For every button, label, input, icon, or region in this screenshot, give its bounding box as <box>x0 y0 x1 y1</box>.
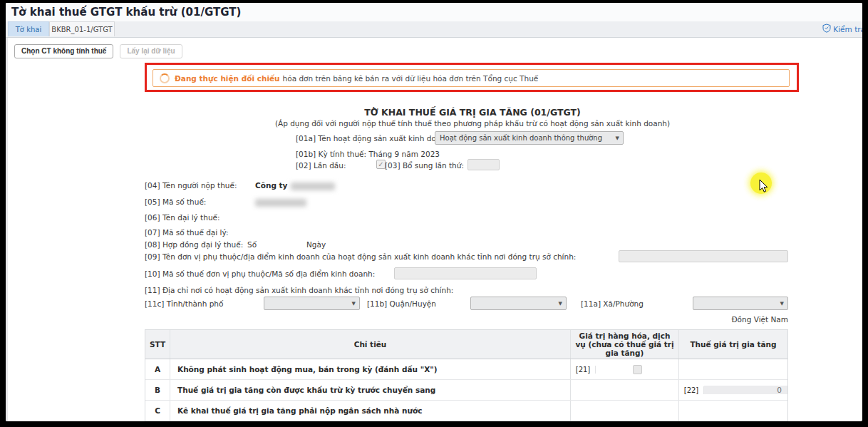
header-value2: Thuế giá trị gia tăng <box>679 330 787 359</box>
field-10-label: [10] Mã số thuế đơn vị phụ thuộc/Mã số đ… <box>145 269 375 278</box>
left-edge-strip <box>6 3 8 421</box>
field-11a-label: [11a] Xã/Phường <box>581 299 644 308</box>
row-b-value2-cell: [22] 0 <box>679 380 787 400</box>
field-11c-label: [11c] Tỉnh/thành phố <box>145 299 223 308</box>
province-dropdown[interactable]: ▼ <box>264 297 360 310</box>
field-08-label: [08] Hợp đồng đại lý thuế: <box>145 240 243 249</box>
row-b-stt: B <box>145 380 170 400</box>
dependent-unit-taxcode-input[interactable] <box>394 267 537 279</box>
taxpayer-name-value: Công ty <box>255 181 287 190</box>
field-01a-label: [01a] Tên hoạt động sản xuất kinh doanh <box>296 134 450 143</box>
field-02-label: [02] Lần đầu: <box>296 161 346 170</box>
table-header-row: STT Chỉ tiêu Giá trị hàng hóa, dịch vụ (… <box>145 330 787 359</box>
row-a-stt: A <box>145 359 170 379</box>
tab-bar: Tờ khai BKBR_01-1/GTGT Kiểm tra <box>6 21 862 38</box>
row-a-code: [21] <box>571 366 596 374</box>
field-03-label: [03] Bổ sung lần thứ: <box>385 161 464 170</box>
shield-check-icon <box>822 24 831 34</box>
row-c-stt: C <box>145 401 170 421</box>
row-c-value1-cell <box>571 401 679 421</box>
table-row: A Không phát sinh hoạt động mua, bán tro… <box>145 359 787 380</box>
header-value1: Giá trị hàng hóa, dịch vụ (chưa có thuế … <box>571 330 679 359</box>
field-06-label: [06] Tên đại lý thuế: <box>145 213 220 222</box>
no-activity-checkbox[interactable] <box>633 365 642 374</box>
chevron-down-icon: ▼ <box>348 301 359 307</box>
field-11b-label: [11b] Quận/Huyện <box>367 299 436 308</box>
business-activity-value: Hoạt động sản xuất kinh doanh thông thườ… <box>435 134 612 142</box>
field-07-label: [07] Mã số thuế đại lý: <box>145 228 228 237</box>
table-body: A Không phát sinh hoạt động mua, bán tro… <box>145 359 787 421</box>
row-a-value1-cell: [21] <box>571 359 679 379</box>
window-frame: Tờ khai thuế GTGT khấu trừ (01/GTGT) Tờ … <box>0 0 868 427</box>
row-c-label: Kê khai thuế giá trị gia tăng phải nộp n… <box>170 401 571 421</box>
tab-to-khai[interactable]: Tờ khai <box>8 21 49 36</box>
table-row: B Thuế giá trị gia tăng còn được khấu tr… <box>145 380 787 401</box>
check-link[interactable]: Kiểm tra <box>822 24 862 34</box>
redacted-taxpayer-name <box>291 182 335 190</box>
row-a-value2-cell <box>679 359 787 379</box>
select-ct-button[interactable]: Chọn CT không tính thuế <box>14 44 113 58</box>
page-title: Tờ khai thuế GTGT khấu trừ (01/GTGT) <box>11 6 241 19</box>
field-05-label: [05] Mã số thuế: <box>145 197 206 206</box>
spinner-icon <box>160 73 170 83</box>
chevron-down-icon: ▼ <box>555 301 566 307</box>
carried-forward-vat-value: 0 <box>704 386 787 394</box>
check-link-label: Kiểm tra <box>833 25 862 34</box>
field-08-ngay-label: Ngày <box>306 240 326 249</box>
currency-note: Đồng Việt Nam <box>647 315 788 324</box>
toolbar: Chọn CT không tính thuế Lấy lại dữ liệu <box>14 44 182 58</box>
business-activity-dropdown[interactable]: Hoạt động sản xuất kinh doanh thông thườ… <box>435 131 624 145</box>
row-b-code: [22] <box>679 386 704 394</box>
field-09-label: [09] Tên đơn vị phụ thuộc/địa điểm kinh … <box>145 252 576 261</box>
title-bar: Tờ khai thuế GTGT khấu trừ (01/GTGT) <box>6 3 862 21</box>
field-08-so-label: Số <box>247 240 257 249</box>
header-stt: STT <box>145 330 170 359</box>
supplement-number-input[interactable] <box>467 159 500 170</box>
vat-declaration-table: STT Chỉ tiêu Giá trị hàng hóa, dịch vụ (… <box>145 329 788 421</box>
ward-dropdown[interactable]: ▼ <box>693 297 788 310</box>
app-screen: Tờ khai thuế GTGT khấu trừ (01/GTGT) Tờ … <box>6 3 862 421</box>
reload-data-button[interactable]: Lấy lại dữ liệu <box>120 44 182 58</box>
field-11-label: [11] Địa chỉ nơi có hoạt động sản xuất k… <box>145 286 453 294</box>
tab-bkbr-01-1-gtgt[interactable]: BKBR_01-1/GTGT <box>49 21 115 36</box>
form-subtitle: (Áp dụng đối với người nộp thuế tính thu… <box>145 119 800 128</box>
row-b-value1-cell <box>571 380 679 400</box>
notification-highlight: Đang thực hiện đối chiếu <box>175 74 280 83</box>
redacted-tax-code <box>255 199 306 207</box>
form-title: TỜ KHAI THUẾ GIÁ TRỊ GIA TĂNG (01/GTGT) <box>145 107 800 118</box>
header-chi-tieu: Chỉ tiêu <box>170 330 571 359</box>
chevron-down-icon: ▼ <box>612 135 623 141</box>
chevron-down-icon: ▼ <box>777 301 787 307</box>
field-01b-label: [01b] Kỳ tính thuế: Tháng 9 năm 2023 <box>296 150 440 158</box>
dependent-unit-name-input[interactable] <box>619 250 788 262</box>
notification-text: hóa đơn trên bảng kê bán ra với dữ liệu … <box>283 74 539 83</box>
district-dropdown[interactable]: ▼ <box>470 297 567 310</box>
row-c-value2-cell <box>679 401 787 421</box>
reconcile-notification: Đang thực hiện đối chiếu hóa đơn trên bả… <box>153 69 790 87</box>
mouse-cursor-icon <box>759 179 769 196</box>
field-04-label: [04] Tên người nộp thuế: <box>145 181 237 190</box>
row-a-label: Không phát sinh hoạt động mua, bán trong… <box>170 359 571 379</box>
row-a-checkbox-cell <box>596 365 678 374</box>
row-b-label: Thuế giá trị gia tăng còn được khấu trừ … <box>170 380 571 400</box>
table-row: C Kê khai thuế giá trị gia tăng phải nộp… <box>145 401 787 421</box>
